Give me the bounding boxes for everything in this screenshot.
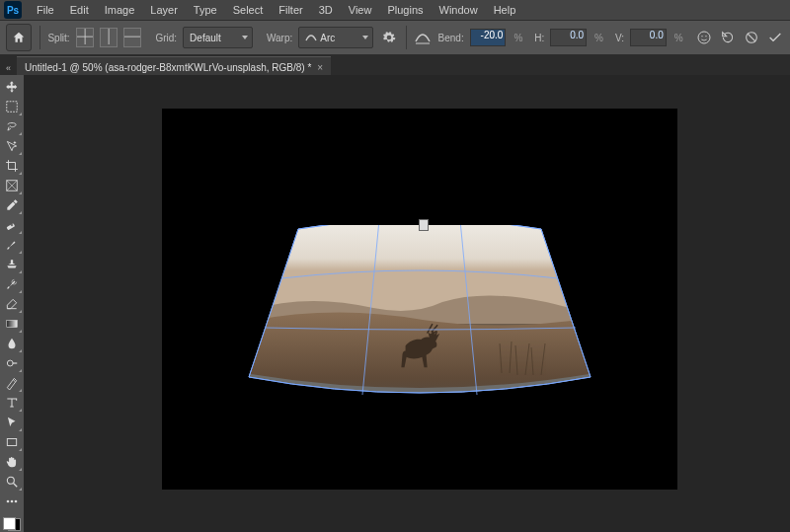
v-distort-label: V: — [615, 33, 624, 43]
path-select-tool[interactable] — [1, 413, 23, 432]
svg-point-1 — [701, 36, 702, 37]
eraser-tool[interactable] — [1, 294, 23, 314]
undo-icon — [720, 30, 736, 45]
document-tab[interactable]: Untitled-1 @ 50% (asa-rodger-B8xmtKWLrVo… — [17, 56, 331, 77]
h-distort-label: H: — [534, 33, 544, 43]
app-logo: Ps — [4, 1, 22, 19]
quick-select-tool[interactable] — [1, 136, 23, 156]
svg-point-16 — [7, 500, 10, 503]
svg-point-14 — [7, 477, 14, 484]
menu-type[interactable]: Type — [187, 2, 224, 18]
bend-input[interactable]: -20.0 — [470, 29, 507, 46]
pen-tool[interactable] — [1, 373, 23, 393]
menu-edit[interactable]: Edit — [63, 2, 96, 18]
svg-rect-9 — [6, 223, 15, 230]
tools-panel — [0, 75, 24, 532]
h-distort-unit: % — [594, 33, 603, 43]
svg-point-17 — [11, 500, 14, 503]
svg-rect-13 — [7, 439, 16, 446]
history-brush-tool[interactable] — [1, 274, 23, 294]
menu-3d[interactable]: 3D — [312, 2, 340, 18]
menu-filter[interactable]: Filter — [272, 2, 309, 18]
orientation-icon — [415, 31, 431, 44]
reset-transform-button[interactable] — [719, 28, 737, 47]
split-vertical-button[interactable] — [100, 28, 118, 47]
grid-label: Grid: — [155, 33, 177, 43]
bend-label: Bend: — [438, 33, 464, 43]
svg-rect-10 — [7, 321, 18, 328]
gear-icon — [382, 31, 396, 44]
home-button[interactable] — [6, 24, 32, 51]
svg-rect-12 — [13, 362, 18, 363]
healing-brush-tool[interactable] — [1, 215, 23, 235]
warp-options-button[interactable] — [379, 28, 397, 47]
split-label: Split: — [47, 33, 69, 43]
edit-toolbar-button[interactable] — [1, 492, 23, 511]
document-canvas[interactable] — [162, 109, 677, 490]
menu-image[interactable]: Image — [98, 2, 142, 18]
grid-dropdown[interactable]: Default — [183, 27, 253, 48]
eyedropper-tool[interactable] — [1, 195, 23, 215]
frame-tool[interactable] — [1, 176, 23, 195]
grid-dropdown-value: Default — [190, 33, 221, 43]
svg-point-2 — [705, 36, 706, 37]
rectangle-tool[interactable] — [1, 432, 23, 452]
menu-window[interactable]: Window — [433, 2, 485, 18]
checkmark-icon — [767, 30, 783, 45]
brush-tool[interactable] — [1, 235, 23, 255]
canvas-area[interactable] — [24, 75, 790, 532]
menu-view[interactable]: View — [342, 2, 379, 18]
svg-rect-5 — [7, 102, 18, 113]
divider — [406, 26, 407, 49]
cancel-transform-button[interactable] — [743, 28, 760, 47]
crop-tool[interactable] — [1, 156, 23, 176]
svg-line-4 — [748, 34, 755, 41]
marquee-tool[interactable] — [1, 97, 23, 116]
menu-select[interactable]: Select — [226, 2, 271, 18]
dodge-tool[interactable] — [1, 353, 23, 373]
move-tool[interactable] — [1, 77, 23, 97]
menu-layer[interactable]: Layer — [143, 2, 185, 18]
divider — [40, 26, 40, 49]
commit-transform-button[interactable] — [766, 28, 784, 47]
split-cross-button[interactable] — [76, 28, 94, 47]
bend-unit: % — [514, 33, 522, 43]
color-swatch[interactable] — [3, 517, 21, 531]
options-bar: Split: Grid: Default Warp: Arc Bend: -20… — [0, 20, 790, 55]
foreground-color[interactable] — [3, 517, 16, 530]
close-tab-button[interactable]: × — [317, 62, 323, 73]
warp-style-dropdown[interactable]: Arc — [298, 27, 373, 48]
svg-point-18 — [15, 500, 18, 503]
svg-line-15 — [14, 484, 18, 488]
zoom-tool[interactable] — [1, 472, 23, 492]
blur-tool[interactable] — [1, 334, 23, 353]
face-icon — [696, 30, 712, 45]
hand-tool[interactable] — [1, 452, 23, 472]
type-tool[interactable] — [1, 393, 23, 413]
document-tab-title: Untitled-1 @ 50% (asa-rodger-B8xmtKWLrVo… — [25, 62, 311, 73]
warp-transform-overlay[interactable] — [245, 225, 594, 399]
arc-icon — [305, 33, 317, 42]
h-distort-input[interactable]: 0.0 — [550, 29, 587, 46]
warp-top-handle[interactable] — [419, 219, 429, 231]
warp-style-value: Arc — [320, 33, 335, 43]
menu-help[interactable]: Help — [487, 2, 523, 18]
menu-file[interactable]: File — [30, 2, 61, 18]
split-horizontal-button[interactable] — [123, 28, 141, 47]
cancel-icon — [744, 30, 759, 45]
warp-orientation-button[interactable] — [414, 28, 432, 47]
warp-label: Warp: — [267, 33, 292, 43]
clone-stamp-tool[interactable] — [1, 255, 23, 274]
document-tab-bar: « Untitled-1 @ 50% (asa-rodger-B8xmtKWLr… — [0, 55, 790, 77]
home-icon — [12, 31, 26, 44]
interpolation-button[interactable] — [695, 28, 713, 47]
v-distort-unit: % — [674, 33, 683, 43]
v-distort-input[interactable]: 0.0 — [630, 29, 667, 46]
lasso-tool[interactable] — [1, 116, 23, 136]
menu-bar: Ps File Edit Image Layer Type Select Fil… — [0, 0, 790, 20]
menu-plugins[interactable]: Plugins — [380, 2, 430, 18]
gradient-tool[interactable] — [1, 314, 23, 334]
svg-point-11 — [7, 360, 13, 366]
svg-point-0 — [698, 32, 710, 43]
